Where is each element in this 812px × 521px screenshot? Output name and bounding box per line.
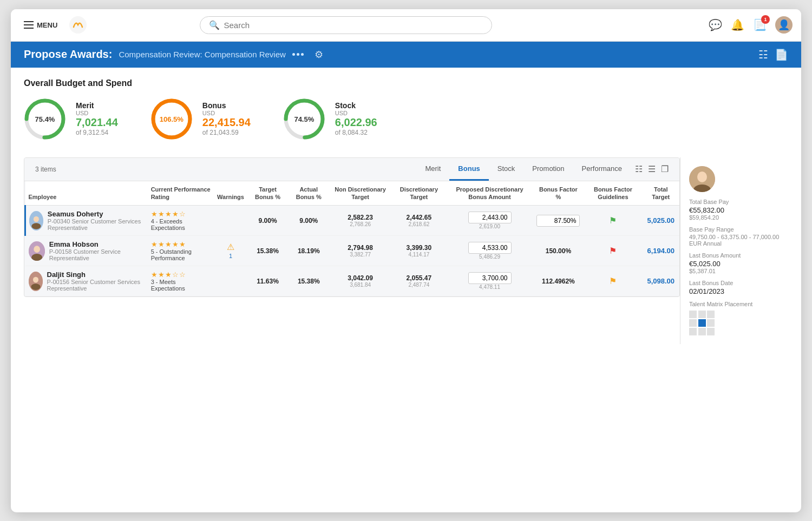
- budget-of-merit: of 9,312.54: [76, 129, 118, 136]
- user-avatar[interactable]: 👤: [775, 16, 793, 34]
- donut-merit: 75.4%: [24, 98, 66, 140]
- actual-bonus-value: 18.19%: [298, 247, 320, 255]
- non-disc-main: 3,042.09: [332, 274, 388, 282]
- budget-card-bonus: 106.5% Bonus USD 22,415.94 of 21,043.59: [150, 98, 251, 140]
- perf-rating-cell: ★★★★☆ 4 - Exceeds Expectations: [148, 206, 214, 236]
- target-bonus-value: 11.63%: [257, 278, 279, 285]
- actual-bonus-value: 9.00%: [299, 217, 318, 225]
- budget-amount-bonus: 22,415.94: [202, 116, 251, 129]
- budget-info-bonus: Bonus USD 22,415.94 of 21,043.59: [202, 101, 251, 136]
- tabs-header: 3 items MeritBonusStockPromotionPerforma…: [24, 158, 679, 181]
- budget-amount-merit: 7,021.44: [76, 116, 118, 129]
- chat-button[interactable]: 💬: [709, 18, 722, 31]
- hamburger-icon: [24, 21, 34, 29]
- filter-icon[interactable]: ☰: [648, 164, 656, 174]
- proposed-bonus-cell: 5,486.29: [447, 236, 533, 266]
- items-count: 3 items: [31, 160, 416, 179]
- header-export-icon[interactable]: 📄: [775, 48, 788, 61]
- non-disc-main: 2,582.23: [332, 214, 388, 221]
- nav-icons: 💬 🔔 📃 1 👤: [709, 16, 793, 34]
- table-section: 3 items MeritBonusStockPromotionPerforma…: [24, 157, 680, 344]
- flag-icon: ⚑: [609, 276, 617, 286]
- table-row[interactable]: Daljit Singh P-00156 Senior Customer Ser…: [25, 266, 680, 296]
- page-title: Propose Awards:: [24, 48, 112, 61]
- total-target-value[interactable]: 5,025.00: [647, 216, 675, 225]
- proposed-bonus-input[interactable]: [468, 212, 512, 223]
- disc-target-main: 2,055.47: [395, 274, 443, 282]
- notifications-button[interactable]: 🔔: [731, 18, 744, 31]
- bonus-factor-pct-cell: 112.4962%: [533, 266, 584, 296]
- header-actions: ☷ 📄: [758, 48, 788, 61]
- expand-icon[interactable]: ❐: [661, 164, 669, 174]
- svg-point-12: [31, 254, 42, 261]
- bonus-factor-pct-cell: 150.00%: [533, 236, 584, 266]
- budget-of-stock: of 8,084.32: [335, 129, 377, 136]
- employee-info: Emma Hobson P-00158 Customer Service Rep…: [29, 240, 145, 261]
- disc-target-cell: 2,442.65 2,618.62: [391, 206, 447, 236]
- tab-merit[interactable]: Merit: [416, 158, 449, 181]
- employee-id: P-00340 Senior Customer Services Represe…: [48, 218, 145, 231]
- tab-performance[interactable]: Performance: [573, 158, 631, 181]
- proposed-bonus-input[interactable]: [468, 272, 512, 284]
- header-filter-icon[interactable]: ⚙: [315, 49, 323, 61]
- right-panel: Total Base Pay €55,832.00 $59,854.20 Bas…: [680, 157, 788, 344]
- inbox-badge: 1: [761, 15, 770, 24]
- budget-amount-stock: 6,022.96: [335, 116, 377, 129]
- disc-target-main: 3,399.30: [395, 244, 443, 252]
- col-bonus-factor-pct: Bonus Factor %: [533, 181, 584, 206]
- perf-rating-cell: ★★★★★ 5 - Outstanding Performance: [148, 236, 214, 266]
- col-bonus-factor-guide: Bonus Factor Guidelines: [584, 181, 642, 206]
- menu-button[interactable]: MENU: [19, 18, 62, 32]
- svg-point-8: [34, 216, 39, 222]
- tabs-actions: ☷ ☰ ❐: [631, 160, 673, 179]
- svg-point-11: [34, 246, 40, 253]
- panel-talent-label: Talent Matrix Placement: [689, 301, 780, 307]
- search-input[interactable]: [224, 21, 483, 30]
- bonus-factor-input[interactable]: [536, 215, 580, 227]
- non-disc-sub: 2,768.26: [332, 221, 388, 227]
- proposed-bonus-sub: 5,486.29: [450, 254, 530, 260]
- search-bar[interactable]: 🔍: [200, 16, 492, 34]
- budget-info-merit: Merit USD 7,021.44 of 9,312.54: [76, 101, 118, 136]
- col-non-disc: Non Discretionary Target: [329, 181, 391, 206]
- table-row[interactable]: Seamus Doherty P-00340 Senior Customer S…: [25, 206, 680, 236]
- data-table: Employee Current Performance Rating Warn…: [24, 181, 679, 297]
- table-view-icon[interactable]: ☷: [635, 164, 643, 174]
- header-more-dots[interactable]: [292, 53, 304, 56]
- table-row[interactable]: Emma Hobson P-00158 Customer Service Rep…: [25, 236, 680, 266]
- tab-promotion[interactable]: Promotion: [523, 158, 573, 181]
- total-target-cell: 5,098.00: [643, 266, 679, 296]
- bonus-factor-value: 150.00%: [546, 247, 571, 255]
- panel-total-base-pay-label: Total Base Pay: [689, 199, 780, 205]
- budget-card-merit: 75.4% Merit USD 7,021.44 of 9,312.54: [24, 98, 118, 140]
- header-grid-icon[interactable]: ☷: [758, 48, 768, 61]
- header-bar: Propose Awards: Compensation Review: Com…: [11, 42, 801, 68]
- talent-cell-3: [689, 319, 697, 327]
- disc-target-main: 2,442.65: [395, 214, 443, 221]
- actual-bonus-value: 15.38%: [298, 278, 320, 285]
- employee-info: Daljit Singh P-00156 Senior Customer Ser…: [29, 271, 145, 292]
- target-bonus-value: 15.38%: [257, 247, 279, 255]
- col-proposed-bonus: Proposed Discretionary Bonus Amount: [447, 181, 533, 206]
- panel-last-bonus-date: 02/01/2023: [689, 287, 780, 295]
- panel-base-pay-range: 49,750.00 - 63,375.00 - 77,000.00: [689, 234, 780, 240]
- total-target-value[interactable]: 6,194.00: [647, 247, 675, 255]
- disc-target-sub: 2,618.62: [395, 221, 443, 227]
- top-nav: MENU 🔍 💬 🔔 📃 1 👤: [11, 9, 801, 42]
- col-disc-target: Discretionary Target: [391, 181, 447, 206]
- budget-row: 75.4% Merit USD 7,021.44 of 9,312.54 106…: [24, 98, 788, 140]
- tab-stock[interactable]: Stock: [489, 158, 524, 181]
- workday-logo: [68, 15, 88, 35]
- table-head: Employee Current Performance Rating Warn…: [25, 181, 680, 206]
- talent-cell-8: [707, 328, 715, 335]
- talent-cell-5: [707, 319, 715, 327]
- inbox-button[interactable]: 📃 1: [753, 18, 767, 31]
- total-target-value[interactable]: 5,098.00: [647, 277, 675, 285]
- employee-id: P-00156 Senior Customer Services Represe…: [47, 279, 145, 292]
- col-target-bonus: Target Bonus %: [247, 181, 288, 206]
- talent-cell-7: [698, 328, 706, 335]
- target-bonus-cell: 9.00%: [247, 206, 288, 236]
- tab-bonus[interactable]: Bonus: [449, 158, 488, 181]
- proposed-bonus-input[interactable]: [468, 242, 512, 254]
- menu-label: MENU: [37, 21, 57, 29]
